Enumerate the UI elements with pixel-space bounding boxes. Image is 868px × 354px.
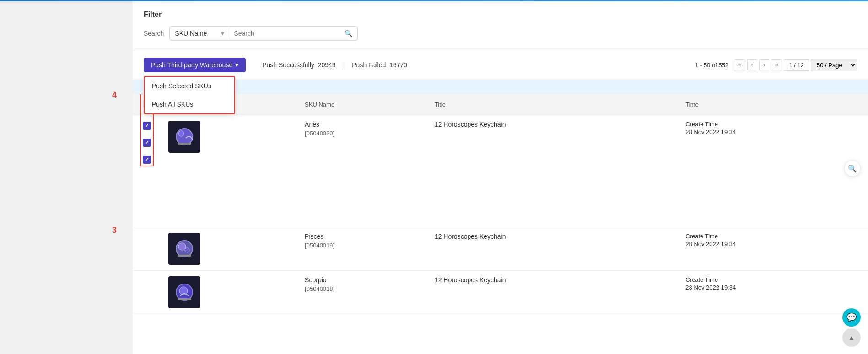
- product-image-1: [168, 121, 200, 153]
- row-2-time-cell: Create Time 28 Nov 2022 19:34: [678, 227, 868, 271]
- next-page-button[interactable]: ›: [759, 59, 769, 70]
- row-2-checkbox-cell: [133, 227, 161, 271]
- table-row: Scorpio [05040018] 12 Horoscopes Keychai…: [133, 271, 868, 314]
- row-2-time-value: 28 Nov 2022 19:34: [685, 241, 861, 247]
- push-all-skus-item[interactable]: Push All SKUs: [145, 95, 234, 113]
- push-button-chevron: ▾: [235, 61, 238, 69]
- row-2-time-label: Create Time: [685, 233, 861, 240]
- scroll-top-icon: ▲: [848, 334, 855, 341]
- page-range: 1 - 50 of 552: [695, 62, 728, 69]
- col-sku-name: SKU Name: [297, 94, 427, 115]
- svg-rect-9: [178, 298, 191, 300]
- row-2-title: 12 Horoscopes Keychain: [435, 233, 506, 240]
- push-third-party-button[interactable]: Push Third-party Warehouse ▾: [144, 58, 246, 72]
- sku-select-value: SKU Name: [175, 30, 207, 37]
- svg-point-4: [178, 243, 186, 250]
- row-2-sku-code: [05040019]: [305, 242, 420, 249]
- page-size-select[interactable]: 50 / Page 100 / Page: [811, 59, 857, 71]
- push-success-label: Push Successfully 20949: [262, 61, 335, 69]
- row-3-title: 12 Horoscopes Keychain: [435, 276, 506, 284]
- row-3-time-cell: Create Time 28 Nov 2022 19:34: [678, 271, 868, 314]
- row-1-checkbox[interactable]: [143, 122, 151, 130]
- row-1-sku-name: Aries: [305, 121, 420, 128]
- row-3-image-cell: [161, 271, 297, 314]
- product-image-2: [168, 233, 200, 265]
- last-page-button[interactable]: »: [771, 59, 782, 70]
- row-2-title-cell: 12 Horoscopes Keychain: [427, 227, 678, 271]
- row-3-checkbox-cell: [133, 271, 161, 314]
- row-1-title-cell: 12 Horoscopes Keychain: [427, 115, 678, 227]
- push-failed-count: 16770: [389, 61, 407, 69]
- col-title: Title: [427, 94, 678, 115]
- pagination-area: 1 - 50 of 552 « ‹ › » 1 / 12 50 / Page 1…: [695, 59, 857, 71]
- product-image-3: [168, 276, 200, 308]
- step-4-label: 4: [112, 91, 117, 100]
- filter-title: Filter: [144, 11, 857, 19]
- table-row: Aries [05040020] 12 Horoscopes Keychain …: [133, 115, 868, 227]
- search-label: Search: [144, 30, 164, 37]
- row-checkbox-cell: [133, 115, 161, 227]
- row-1-time-cell: Create Time 28 Nov 2022 19:34: [678, 115, 868, 227]
- push-button-label: Push Third-party Warehouse: [151, 61, 232, 69]
- row-2-sku-name: Pisces: [305, 233, 420, 240]
- row-3-time-value: 28 Nov 2022 19:34: [685, 284, 861, 291]
- selection-bar: Selected: 3 All: 552: [133, 80, 868, 94]
- sku-name-select[interactable]: SKU Name ▾: [170, 27, 229, 40]
- row-1-title: 12 Horoscopes Keychain: [435, 121, 506, 128]
- first-page-button[interactable]: «: [734, 59, 745, 70]
- push-success-count: 20949: [318, 61, 336, 69]
- chat-icon: 💬: [846, 312, 857, 322]
- page-fraction: 1 / 12: [784, 59, 809, 71]
- filter-row: Search SKU Name ▾ 🔍: [144, 26, 857, 41]
- row-3-sku-cell: Scorpio [05040018]: [297, 271, 427, 314]
- chat-button[interactable]: 💬: [842, 308, 861, 327]
- table-row: Pisces [05040019] 12 Horoscopes Keychain…: [133, 227, 868, 271]
- product-table: Image SKU Name Title Time: [133, 94, 868, 314]
- row-1-sku-code: [05040020]: [305, 130, 420, 137]
- scroll-top-button[interactable]: ▲: [842, 328, 861, 347]
- row-3-title-cell: 12 Horoscopes Keychain: [427, 271, 678, 314]
- push-dropdown-menu: Push Selected SKUs Push All SKUs: [144, 76, 235, 114]
- prev-page-button[interactable]: ‹: [747, 59, 757, 70]
- svg-rect-6: [178, 255, 191, 257]
- row-3-sku-code: [05040018]: [305, 285, 420, 292]
- stats-area: Push Successfully 20949 | Push Failed 16…: [262, 61, 407, 69]
- step-3-label: 3: [112, 225, 117, 235]
- col-time: Time: [678, 94, 868, 115]
- search-icon[interactable]: 🔍: [345, 30, 352, 37]
- search-input[interactable]: [234, 30, 345, 37]
- filter-section: Filter Search SKU Name ▾ 🔍: [133, 1, 868, 50]
- svg-rect-2: [178, 143, 191, 145]
- toolbar: Push Third-party Warehouse ▾ Push Select…: [133, 50, 868, 80]
- row-2-image-cell: [161, 227, 297, 271]
- svg-point-1: [178, 131, 184, 136]
- row-3-checkbox[interactable]: [143, 156, 151, 164]
- push-failed-label: Push Failed 16770: [352, 61, 407, 69]
- product-table-wrapper: Image SKU Name Title Time: [133, 94, 868, 354]
- main-content: Filter Search SKU Name ▾ 🔍 Push Thi: [133, 1, 868, 354]
- row-3-time-label: Create Time: [685, 276, 861, 283]
- row-1-time-label: Create Time: [685, 121, 861, 128]
- row-3-sku-name: Scorpio: [305, 276, 420, 284]
- row-2-sku-cell: Pisces [05040019]: [297, 227, 427, 271]
- table-header-row: Image SKU Name Title Time: [133, 94, 868, 115]
- push-selected-skus-item[interactable]: Push Selected SKUs: [145, 77, 234, 95]
- sidebar: 4 3: [0, 1, 133, 354]
- row-1-time-value: 28 Nov 2022 19:34: [685, 129, 861, 135]
- floating-search-icon: 🔍: [848, 164, 857, 173]
- search-input-wrapper: 🔍: [229, 27, 357, 40]
- row-1-sku-cell: Aries [05040020]: [297, 115, 427, 227]
- row-1-image-cell: [161, 115, 297, 227]
- row-2-checkbox[interactable]: [143, 139, 151, 147]
- sku-select-chevron: ▾: [221, 30, 224, 37]
- floating-search-button[interactable]: 🔍: [844, 160, 861, 177]
- svg-point-5: [185, 248, 189, 252]
